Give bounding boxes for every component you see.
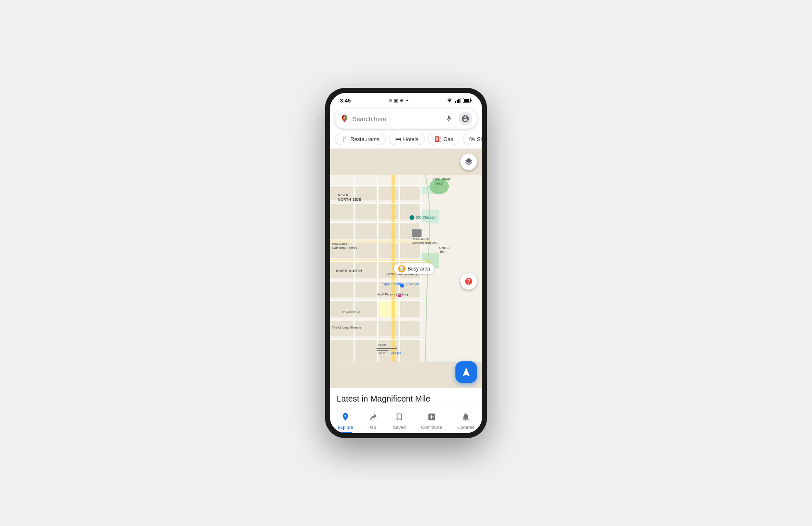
category-pills: 🍴 Restaurants 🛏 Hotels ⛽ Gas 🛍 Shop [330,131,482,149]
svg-text:360 Chicago: 360 Chicago [416,215,435,219]
pill-hotels-label: Hotels [403,136,418,142]
svg-rect-44 [400,321,420,336]
notification-icon: ▣ [394,98,398,103]
svg-text:Cathedral Rectory: Cathedral Rectory [332,246,357,250]
svg-rect-93 [377,350,389,351]
svg-rect-34 [355,282,377,297]
bottom-nav: Explore Go [330,407,482,433]
svg-text:NEAR: NEAR [338,193,349,197]
svg-text:The Chicago Theatre: The Chicago Theatre [332,326,361,329]
battery-icon [463,98,472,103]
saved-label: Saved [393,425,406,430]
svg-text:Apple Michigan Avenue: Apple Michigan Avenue [383,282,419,286]
avatar-icon[interactable] [459,112,472,125]
svg-text:NORTH SIDE: NORTH SIDE [338,197,362,202]
pill-gas-label: Gas [443,136,453,142]
updates-label: Updates [457,425,474,430]
nav-go[interactable]: Go [363,411,382,431]
gas-icon: ⛽ [434,136,441,142]
status-icons-left: ⊙ ▣ ⊕ ✦ [389,98,409,103]
map-area[interactable]: Oak Street Beach 360 Chicago Google NEAR… [330,149,482,388]
pill-hotels[interactable]: 🛏 Hotels [389,133,425,145]
search-placeholder[interactable]: Search here [352,115,439,122]
svg-rect-0 [455,101,456,103]
wifi-icon [446,98,453,103]
signal-icon [455,98,461,103]
sync-icon: ⊕ [400,98,404,103]
svg-rect-38 [355,301,377,317]
camera-icon: ⊙ [389,98,392,103]
svg-rect-91 [396,347,397,350]
search-bar[interactable]: Search here [335,109,477,129]
svg-text:W Wacker Dr: W Wacker Dr [342,310,360,314]
nav-updates[interactable]: Updates [452,411,479,431]
contribute-icon [427,412,436,424]
svg-rect-33 [330,282,353,297]
pill-restaurants[interactable]: 🍴 Restaurants [335,133,386,145]
svg-rect-45 [330,340,353,362]
explore-label: Explore [338,425,353,430]
map-layers-button[interactable] [460,153,477,170]
phone-screen: 3:45 ⊙ ▣ ⊕ ✦ [330,93,482,433]
svg-rect-40 [400,301,420,317]
svg-rect-26 [379,243,398,259]
svg-rect-15 [330,204,353,220]
svg-rect-89 [377,348,396,349]
svg-rect-21 [379,224,398,239]
svg-rect-17 [379,204,398,220]
svg-point-69 [409,215,414,220]
svg-rect-16 [355,204,377,220]
svg-text:200 m: 200 m [377,351,385,354]
svg-rect-39 [379,301,398,317]
svg-text:Be...: Be... [440,250,446,253]
svg-rect-1 [457,100,458,103]
svg-text:Google: Google [390,351,401,355]
map-help-button[interactable] [460,273,477,290]
pill-shopping-label: Shop [477,136,482,142]
svg-rect-3 [460,98,461,103]
restaurants-icon: 🍴 [341,136,348,142]
svg-text:Beach: Beach [435,181,445,185]
busy-area-badge[interactable]: 📊 Busy area [394,263,434,274]
svg-text:Ohio St: Ohio St [439,246,450,250]
explore-active-indicator [339,432,352,433]
pill-gas[interactable]: ⛽ Gas [428,133,460,145]
mic-icon[interactable] [442,112,455,125]
svg-rect-27 [400,243,420,259]
shopping-icon: 🛍 [469,136,475,142]
hotels-icon: 🛏 [395,136,401,142]
pill-shopping[interactable]: 🛍 Shop [463,133,482,145]
contribute-label: Contribute [421,425,442,430]
svg-text:1000 ft: 1000 ft [377,343,386,346]
svg-text:Holy Name: Holy Name [332,242,347,246]
phone-frame: 3:45 ⊙ ▣ ⊕ ✦ [325,88,487,438]
navigate-button[interactable] [455,361,477,383]
svg-rect-12 [379,186,398,200]
svg-text:Hyatt Regency Chicago: Hyatt Regency Chicago [377,292,410,296]
svg-text:Contemporary Art...: Contemporary Art... [412,241,439,245]
go-label: Go [370,425,376,430]
nav-explore[interactable]: Explore [333,411,358,431]
search-bar-container: Search here [330,106,482,131]
google-maps-logo [340,114,349,123]
status-bar: 3:45 ⊙ ▣ ⊕ ✦ [330,93,482,106]
svg-rect-90 [377,347,377,350]
bottom-panel: Latest in Magnificent Mile Explore [330,388,482,433]
svg-rect-5 [464,99,469,102]
nav-saved[interactable]: Saved [388,411,411,431]
svg-rect-48 [400,340,420,362]
svg-rect-20 [355,224,377,239]
svg-rect-43 [379,321,398,336]
nav-contribute[interactable]: Contribute [416,411,447,431]
busy-icon: 📊 [398,265,406,273]
svg-rect-65 [412,229,421,237]
latest-section: Latest in Magnificent Mile [330,388,482,407]
svg-rect-46 [355,340,377,362]
updates-icon [461,412,470,424]
go-icon [368,412,377,424]
svg-rect-13 [400,186,420,200]
latest-title: Latest in Magnificent Mile [337,394,475,404]
status-time: 3:45 [340,97,351,104]
svg-rect-37 [330,301,353,317]
svg-rect-25 [355,243,377,259]
